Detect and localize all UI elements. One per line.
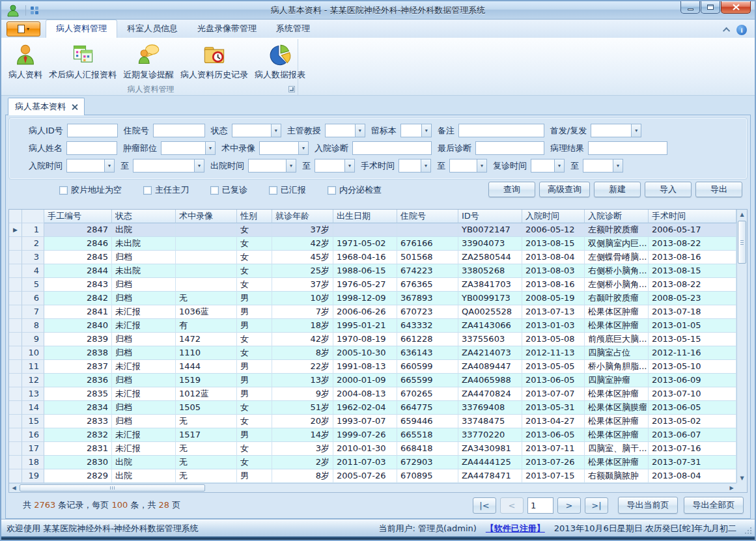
grid-column-header[interactable]: 手术时间 [649, 210, 736, 223]
app-logo-icon[interactable] [7, 4, 20, 17]
chevron-down-icon[interactable]: ▾ [194, 160, 204, 172]
table-row[interactable]: 152833归档无女20岁1993-07-0765944633748475201… [9, 415, 736, 428]
filter-select[interactable]: ▾ [248, 159, 296, 173]
table-row[interactable]: 192829出院无男8岁2005-07-26670895ZA4478471201… [9, 469, 736, 483]
grid-column-header[interactable]: 就诊年龄 [272, 210, 333, 223]
grid-column-header[interactable]: 入院时间 [522, 210, 585, 223]
vertical-scroll-thumb[interactable] [738, 221, 746, 264]
table-row[interactable]: 62842归档无男10岁1998-12-09367893YB0099173200… [9, 292, 736, 305]
table-row[interactable]: 132835未汇报1012蓝男9岁2004-08-13670265ZA44708… [9, 387, 736, 401]
table-row[interactable]: 32845归档女45岁1968-04-16501568ZA25805442013… [9, 251, 736, 264]
chevron-down-icon[interactable]: ▾ [554, 160, 564, 172]
first-page-button[interactable]: |< [473, 497, 496, 514]
document-tab-patient-basic-info[interactable]: 病人基本资料 [8, 98, 85, 115]
table-row[interactable]: 182830出院无女2岁2011-07-03672903ZA4444125201… [9, 456, 736, 469]
resize-grip-icon[interactable] [744, 527, 752, 534]
grid-column-header[interactable]: 手工编号 [44, 210, 112, 223]
table-row[interactable]: 22846未出院女42岁1971-05-02676166339040732013… [9, 237, 736, 251]
table-row[interactable]: 112837未汇报1444男22岁1991-08-13660599ZA40894… [9, 360, 736, 374]
table-row[interactable]: 52843归档女37岁1976-05-27676365ZA38417032013… [9, 278, 736, 292]
maximize-button[interactable] [701, 1, 720, 14]
chevron-down-icon[interactable]: ▾ [613, 160, 623, 172]
table-row[interactable]: 92839归档1472女42岁1970-08-19661228337556032… [9, 333, 736, 346]
scroll-right-icon[interactable]: ▶ [727, 484, 736, 492]
followup-reminder-button[interactable]: 近期复诊提醒 [120, 40, 177, 82]
filter-select[interactable]: ▾ [259, 141, 309, 155]
info-icon[interactable]: i [736, 25, 747, 35]
table-row[interactable]: ▶12847出院女37岁YB00721472006-05-12左额叶胶质瘤200… [9, 223, 736, 237]
filter-input[interactable] [153, 124, 205, 137]
patient-history-button[interactable]: 病人资料历史记录 [177, 40, 251, 82]
filter-select[interactable]: ▾ [449, 159, 487, 173]
close-button[interactable] [721, 1, 751, 14]
grid-column-header[interactable]: 出生日期 [333, 210, 397, 223]
chevron-down-icon[interactable]: ▾ [298, 142, 308, 154]
chevron-down-icon[interactable]: ▾ [104, 160, 114, 172]
filter-select[interactable]: ▾ [161, 141, 216, 155]
filter-checkbox[interactable]: 主任主刀 [143, 184, 189, 196]
quick-access-grid-icon[interactable] [29, 5, 40, 16]
license-status-link[interactable]: 【软件已注册】 [486, 523, 545, 534]
scroll-up-icon[interactable]: ▲ [737, 210, 747, 219]
grid-column-header[interactable]: ID号 [458, 210, 522, 223]
query-button[interactable]: 查询 [488, 182, 535, 197]
patient-data-button[interactable]: 病人资料 [5, 40, 46, 82]
close-tab-icon[interactable] [72, 104, 77, 110]
filter-checkbox[interactable]: 已汇报 [269, 184, 306, 196]
collapse-ribbon-chevron-icon[interactable] [723, 27, 730, 35]
export-button[interactable]: 导出 [695, 182, 742, 197]
filter-select[interactable]: ▾ [400, 124, 432, 137]
filter-input[interactable] [588, 141, 667, 155]
tab-patient-data-management[interactable]: 病人资料管理 [46, 20, 117, 38]
table-row[interactable]: 122836归档1519男13岁2000-01-09665599ZA406598… [9, 374, 736, 387]
scroll-left-icon[interactable]: ◀ [9, 484, 19, 492]
table-row[interactable]: 162832未汇报1517男14岁1999-07-266655183377022… [9, 428, 736, 442]
chevron-down-icon[interactable]: ▾ [355, 124, 365, 137]
tab-department-staff-info[interactable]: 科室人员信息 [117, 20, 188, 38]
filter-input[interactable] [67, 124, 118, 137]
filter-checkbox[interactable]: 已复诊 [210, 184, 247, 196]
table-row[interactable]: 72841未汇报1036蓝男7岁2006-06-26670723QA002552… [9, 305, 736, 319]
chevron-down-icon[interactable]: ▾ [286, 160, 296, 172]
grid-column-header[interactable]: 住院号 [397, 210, 458, 223]
filter-select[interactable]: ▾ [399, 159, 431, 173]
filter-input[interactable] [66, 141, 117, 155]
checkbox-box[interactable] [143, 186, 152, 195]
grid-column-header[interactable]: 状态 [112, 210, 176, 223]
prev-page-button[interactable]: < [500, 497, 524, 514]
vertical-scrollbar[interactable]: ▲ ▼ [736, 210, 747, 483]
checkbox-box[interactable] [59, 186, 68, 195]
tab-system-management[interactable]: 系统管理 [266, 20, 320, 38]
checkbox-box[interactable] [269, 186, 277, 195]
checkbox-box[interactable] [210, 186, 219, 195]
chevron-down-icon[interactable]: ▾ [421, 160, 430, 172]
tab-disc-video-management[interactable]: 光盘录像带管理 [188, 20, 266, 38]
filter-checkbox[interactable]: 胶片地址为空 [59, 184, 122, 196]
import-button[interactable]: 导入 [645, 182, 692, 197]
minimize-button[interactable] [680, 1, 700, 14]
export-all-pages-button[interactable]: 导出全部页 [684, 497, 744, 514]
chevron-down-icon[interactable]: ▾ [344, 160, 354, 172]
export-current-page-button[interactable]: 导出当前页 [618, 497, 678, 514]
next-page-button[interactable]: > [557, 497, 581, 514]
table-row[interactable]: 102838归档1110女8岁2005-10-30636143ZA4214073… [9, 346, 736, 360]
filter-select[interactable]: ▾ [66, 159, 115, 173]
chevron-down-icon[interactable]: ▾ [271, 124, 281, 137]
filter-select[interactable]: ▾ [531, 159, 565, 173]
page-input[interactable] [527, 497, 553, 514]
filter-input[interactable] [352, 141, 432, 155]
advanced-query-button[interactable]: 高级查询 [539, 182, 590, 197]
filter-select[interactable]: ▾ [232, 124, 281, 137]
checkbox-box[interactable] [328, 186, 336, 195]
dialog-launcher-icon[interactable] [288, 86, 295, 92]
postop-report-button[interactable]: 术后病人汇报资料 [46, 40, 120, 82]
grid-column-header[interactable]: 性别 [237, 210, 272, 223]
last-page-button[interactable]: >| [585, 497, 608, 514]
table-row[interactable]: 142834归档1505女51岁1962-02-0466477533769408… [9, 401, 736, 415]
chevron-down-icon[interactable]: ▾ [477, 160, 486, 172]
chevron-down-icon[interactable]: ▾ [631, 124, 641, 137]
filter-select[interactable]: ▾ [315, 159, 355, 173]
filter-checkbox[interactable]: 内分泌检查 [328, 184, 382, 196]
app-menu-button[interactable]: ▾ [7, 21, 40, 36]
grid-column-header[interactable]: 入院诊断 [585, 210, 649, 223]
